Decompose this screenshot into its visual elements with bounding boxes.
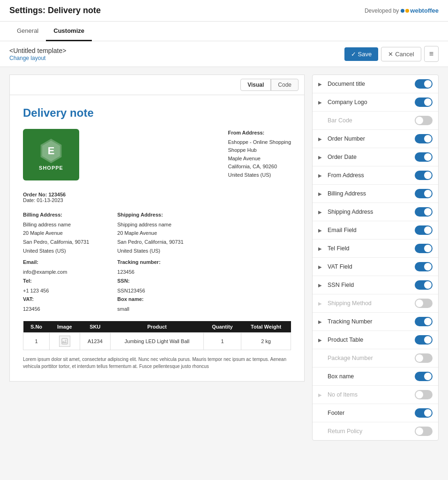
shipping-address-toggle[interactable]	[415, 207, 433, 217]
x-icon: ✕	[388, 51, 393, 58]
tel-field-expand-arrow[interactable]: ▶	[318, 246, 325, 251]
shipping-address-block: Shipping Address: Shipping address name …	[117, 210, 183, 314]
box-name-label: Box name: small	[117, 295, 183, 312]
billing-address-block: Billing Address: Billing address name 20…	[23, 210, 89, 314]
no-of-items-toggle[interactable]	[415, 390, 433, 399]
order-number-expand-arrow[interactable]: ▶	[318, 136, 325, 142]
billing-address-label: Billing Address:	[23, 210, 89, 219]
shipping-method-toggle[interactable]	[415, 299, 433, 308]
settings-panel: ▶Document title▶Company LogoBar Code▶Ord…	[312, 75, 439, 441]
logo-letter: E	[48, 145, 55, 157]
footer-toggle[interactable]	[415, 408, 433, 418]
return-policy-toggle[interactable]	[415, 427, 433, 436]
tab-general[interactable]: General	[9, 22, 46, 41]
addresses-row: Billing Address: Billing address name 20…	[23, 210, 291, 314]
from-line-3: Maple Avenue	[228, 156, 261, 161]
order-info: Order No: 123456 Date: 01-13-2023	[23, 192, 291, 203]
bar-code-toggle[interactable]	[415, 116, 433, 125]
save-button[interactable]: ✓ Save	[344, 47, 379, 61]
shipping-line-4: United States (US)	[117, 248, 160, 254]
bar-code-label: Bar Code	[328, 117, 412, 124]
shipping-method-expand-arrow[interactable]: ▶	[318, 301, 325, 306]
dot-blue-icon	[401, 9, 404, 13]
vat-field-toggle[interactable]	[415, 262, 433, 271]
from-address-label: From Address	[328, 172, 412, 179]
product-table-expand-arrow[interactable]: ▶	[318, 338, 325, 343]
no-of-items-label: No of Items	[328, 391, 412, 398]
ssn-field-label: SSN Field	[328, 282, 412, 288]
cell-sno: 1	[23, 332, 50, 350]
setting-row-shipping-method: ▶Shipping Method	[313, 294, 438, 313]
document-title-expand-arrow[interactable]: ▶	[318, 82, 325, 87]
setting-row-billing-address: ▶Billing Address	[313, 185, 438, 203]
template-header: <Untitled template> Change layout ✓ Save…	[0, 41, 448, 67]
from-address-expand-arrow[interactable]: ▶	[318, 173, 325, 178]
box-name-toggle[interactable]	[415, 372, 433, 381]
lorem-text: Lorem ipsum dolor sit amet, consectetur …	[23, 356, 291, 370]
from-address-toggle[interactable]	[415, 171, 433, 180]
view-tab-visual[interactable]: Visual	[240, 79, 271, 91]
setting-row-product-table: ▶Product Table	[313, 331, 438, 349]
tracking-label: Tracking number: 123456	[117, 258, 183, 275]
shipping-line-2: 20 Maple Avenue	[117, 230, 157, 236]
dot-orange-icon	[405, 9, 409, 13]
view-tab-code[interactable]: Code	[271, 79, 299, 91]
setting-row-order-date: ▶Order Date	[313, 148, 438, 166]
col-product: Product	[111, 321, 203, 333]
setting-row-box-name: Box name	[313, 368, 438, 386]
order-date-expand-arrow[interactable]: ▶	[318, 155, 325, 160]
tel-field-toggle[interactable]	[415, 244, 433, 253]
cancel-button[interactable]: ✕ Cancel	[381, 47, 421, 61]
order-date-toggle[interactable]	[415, 152, 433, 162]
col-sku: SKU	[80, 321, 111, 333]
package-number-label: Package Number	[328, 355, 412, 361]
view-tabs: Visual Code	[10, 75, 304, 95]
footer-label: Footer	[328, 410, 412, 416]
company-logo-expand-arrow[interactable]: ▶	[318, 100, 325, 105]
shipping-address-label: Shipping Address:	[117, 210, 183, 219]
email-field-toggle[interactable]	[415, 225, 433, 235]
tracking-number-expand-arrow[interactable]: ▶	[318, 319, 325, 324]
billing-address-toggle[interactable]	[415, 189, 433, 198]
menu-button[interactable]: ≡	[424, 46, 439, 62]
document-title-toggle[interactable]	[415, 79, 433, 89]
billing-address-expand-arrow[interactable]: ▶	[318, 191, 325, 196]
company-logo-toggle[interactable]	[415, 98, 433, 107]
col-sno: S.No	[23, 321, 50, 333]
product-image-placeholder	[59, 336, 70, 347]
product-table-toggle[interactable]	[415, 335, 433, 345]
cell-product: Jumbing LED Light Wall Ball	[111, 332, 203, 350]
from-line-4: California, CA, 90260	[228, 164, 277, 169]
ssn-field-toggle[interactable]	[415, 280, 433, 290]
tabs-bar: General Customize	[0, 22, 448, 41]
webtoffee-text: webtoffee	[410, 7, 439, 14]
order-no-label: Order No: 123456	[23, 192, 66, 197]
top-header: Settings: Delivery note Developed by web…	[0, 0, 448, 22]
vat-field-expand-arrow[interactable]: ▶	[318, 264, 325, 270]
template-actions: ✓ Save ✕ Cancel ≡	[344, 46, 439, 62]
company-logo: E SHOPPE	[23, 129, 79, 180]
vat-field-label: VAT Field	[328, 263, 412, 270]
logo-text: SHOPPE	[39, 165, 63, 171]
tracking-number-toggle[interactable]	[415, 317, 433, 326]
cell-weight: 2 kg	[241, 332, 291, 350]
from-address-block: From Address: Eshoppe - Online Shopping …	[228, 129, 291, 180]
shipping-address-expand-arrow[interactable]: ▶	[318, 210, 325, 215]
table-row: 1 A1234 Jumbing LED Light Wall Ball 1 2 …	[23, 332, 291, 350]
order-number-label: Order Number	[328, 135, 412, 142]
shipping-line-1: Shipping address name	[117, 222, 172, 227]
email-field-expand-arrow[interactable]: ▶	[318, 228, 325, 233]
billing-extra-fields: Email: info@example.com Tel: +1 123 456 …	[23, 258, 89, 313]
package-number-toggle[interactable]	[415, 353, 433, 363]
no-of-items-expand-arrow[interactable]: ▶	[318, 392, 325, 398]
company-logo-label: Company Logo	[328, 99, 412, 105]
webtoffee-logo: webtoffee	[401, 7, 439, 14]
shipping-address-label: Shipping Address	[328, 209, 412, 215]
cell-image	[50, 332, 80, 350]
change-layout-link[interactable]: Change layout	[9, 55, 45, 61]
shipping-line-3: San Pedro, California, 90731	[117, 239, 183, 245]
tab-customize[interactable]: Customize	[46, 22, 92, 41]
order-number-toggle[interactable]	[415, 134, 433, 143]
ssn-field-expand-arrow[interactable]: ▶	[318, 283, 325, 288]
email-field-label: Email Field	[328, 227, 412, 233]
